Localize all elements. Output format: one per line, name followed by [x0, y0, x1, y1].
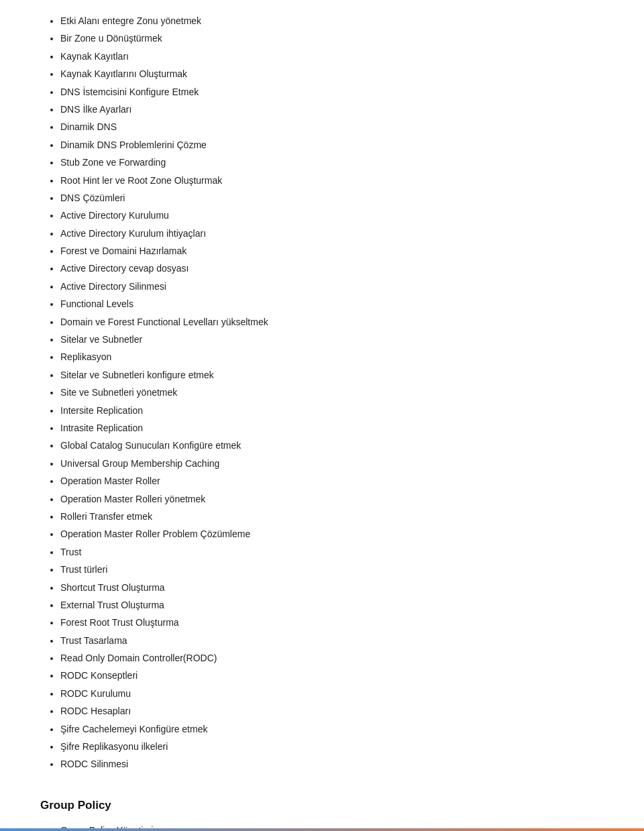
list-item: DNS İstemcisini Konfigure Etmek	[60, 85, 604, 99]
list-item: Root Hint ler ve Root Zone Oluşturmak	[60, 173, 604, 188]
list-item: RODC Silinmesi	[60, 757, 604, 771]
list-item: Active Directory cevap dosyası	[60, 261, 604, 276]
list-item: Trust Tasarlama	[60, 633, 604, 648]
list-item: Operation Master Roller	[60, 474, 604, 488]
list-item: Active Directory Kurulum ihtiyaçları	[60, 226, 604, 241]
list-item: Forest ve Domaini Hazırlamak	[60, 243, 604, 258]
list-item: Etki Alanı entegre Zonu yönetmek	[60, 13, 604, 28]
list-item: Stub Zone ve Forwarding	[60, 155, 604, 170]
list-item: Dinamik DNS	[60, 119, 604, 134]
list-item: Site ve Subnetleri yönetmek	[60, 385, 604, 400]
list-item: Functional Levels	[60, 296, 604, 311]
list-item: Kaynak Kayıtları	[60, 49, 604, 64]
list-item: Global Catalog Sunucuları Konfigüre etme…	[60, 438, 604, 453]
list-item: DNS Çözümleri	[60, 190, 604, 205]
list-item: RODC Konseptleri	[60, 668, 604, 683]
list-item: Dinamik DNS Problemlerini Çözme	[60, 137, 604, 152]
list-item: Active Directory Silinmesi	[60, 279, 604, 294]
group-policy-heading: Group Policy	[40, 799, 604, 812]
list-item: Bir Zone u Dönüştürmek	[60, 31, 604, 46]
list-item: Read Only Domain Controller(RODC)	[60, 651, 604, 665]
list-item: Şifre Cachelemeyi Konfigüre etmek	[60, 722, 604, 736]
list-item: RODC Hesapları	[60, 704, 604, 718]
list-item: RODC Kurulumu	[60, 686, 604, 701]
list-item: Intrasite Replication	[60, 421, 604, 435]
list-item: Operation Master Roller Problem Çözümlem…	[60, 527, 604, 541]
list-item: Kaynak Kayıtlarını Oluşturmak	[60, 66, 604, 81]
list-item: Şifre Replikasyonu ilkeleri	[60, 739, 604, 754]
list-item: Intersite Replication	[60, 403, 604, 418]
bottom-border	[0, 828, 644, 831]
list-item: Shortcut Trust Oluşturma	[60, 580, 604, 595]
list-item: External Trust Oluşturma	[60, 598, 604, 612]
list-item: Rolleri Transfer etmek	[60, 509, 604, 524]
list-item: Active Directory Kurulumu	[60, 208, 604, 223]
list-item: Universal Group Membership Caching	[60, 456, 604, 471]
list-item: Replikasyon	[60, 349, 604, 364]
list-item: Trust	[60, 545, 604, 559]
list-item: DNS İlke Ayarları	[60, 102, 604, 117]
list-item: Forest Root Trust Oluşturma	[60, 615, 604, 630]
main-list: Etki Alanı entegre Zonu yönetmekBir Zone…	[40, 13, 604, 772]
list-item: Sitelar ve Subnetleri konfigure etmek	[60, 368, 604, 382]
list-item: Trust türleri	[60, 562, 604, 577]
list-item: Domain ve Forest Functional Levelları yü…	[60, 315, 604, 329]
list-item: Sitelar ve Subnetler	[60, 332, 604, 347]
list-item: Operation Master Rolleri yönetmek	[60, 492, 604, 506]
